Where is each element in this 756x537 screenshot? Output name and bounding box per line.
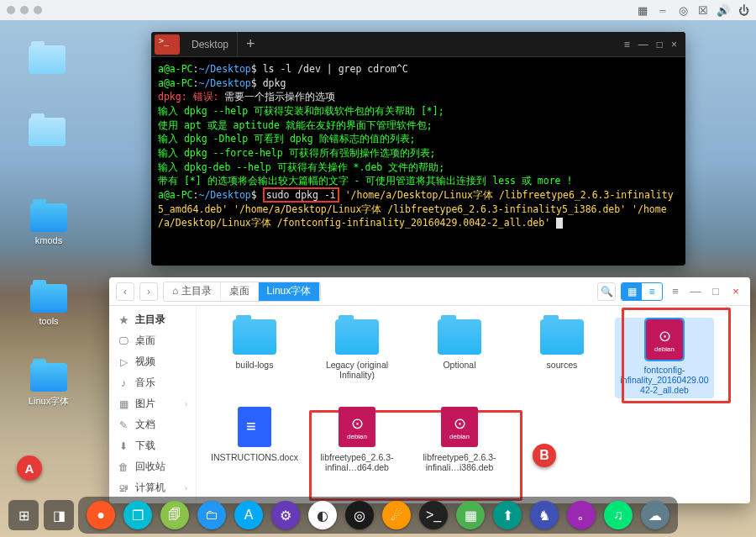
file-item[interactable]: INSTRUCTIONS.docx [205, 405, 304, 486]
sidebar-icon: ♪ [118, 377, 129, 389]
dock-app[interactable]: 🗐 [160, 501, 189, 529]
file-manager-toolbar: ‹ › ⌂ 主目录桌面Linux字体 🔍 ▦ ≡ ≡ — □ × [109, 277, 750, 306]
dock-app[interactable]: ▦ [456, 501, 485, 529]
sidebar-item[interactable]: 🖵桌面 [109, 330, 196, 351]
fm-maximize-button[interactable]: □ [708, 284, 723, 299]
sidebar-label: 文档 [135, 418, 155, 432]
desktop-icon[interactable] [24, 45, 71, 77]
sidebar-item[interactable]: ★主目录 [109, 309, 196, 330]
tray-usb-icon[interactable]: ⎓ [657, 4, 669, 16]
dock-app[interactable]: ⬆ [493, 501, 522, 529]
sidebar-icon: ▷ [118, 356, 129, 368]
terminal-maximize-button[interactable]: □ [657, 39, 663, 50]
search-button[interactable]: 🔍 [597, 282, 616, 301]
sidebar-item[interactable]: ✎文档 [109, 414, 196, 435]
dock-app[interactable]: ◎ [345, 501, 374, 529]
fm-close-button[interactable]: × [728, 284, 743, 299]
dock-app[interactable]: >_ [419, 501, 448, 529]
nav-back-button[interactable]: ‹ [116, 282, 134, 301]
dock-app[interactable]: ｡ [567, 501, 596, 529]
file-item[interactable]: Legacy (original Infinality) [307, 318, 407, 398]
tray-power-icon[interactable]: ⏻ [738, 4, 749, 16]
dock-app[interactable]: ♫ [604, 501, 633, 529]
tray-grid-icon[interactable]: ▦ [637, 4, 648, 16]
terminal-new-tab[interactable]: + [238, 35, 264, 53]
sidebar-item[interactable]: 🗑回收站 [109, 456, 196, 477]
breadcrumb-item[interactable]: 桌面 [221, 282, 259, 301]
dock-app[interactable]: ● [87, 501, 115, 529]
desktop-icon[interactable]: Linux字体 [25, 363, 72, 408]
terminal-minimize-button[interactable]: — [638, 39, 648, 50]
terminal-close-button[interactable]: × [671, 39, 677, 50]
sidebar-icon: 🗑 [118, 461, 129, 473]
folder-icon [30, 203, 67, 232]
dock-app[interactable]: ☄ [382, 501, 411, 529]
nav-forward-button[interactable]: › [139, 282, 158, 301]
sidebar-item[interactable]: ⬇下载 [109, 435, 196, 456]
tray-toggle-icon[interactable]: ☒ [697, 4, 709, 16]
sidebar-label: 音乐 [135, 376, 155, 390]
sidebar-icon: ★ [118, 314, 129, 326]
terminal-window: Desktop + ≡ — □ × a@a-PC:~/Desktop$ ls -… [151, 32, 685, 266]
launcher-workspaces-button[interactable]: ◨ [44, 500, 74, 530]
fm-sidebar: ★主目录🖵桌面▷视频♪音乐▦图片›✎文档⬇下载🗑回收站🖳计算机› [109, 306, 197, 503]
dock-app[interactable]: ⚙ [271, 501, 300, 529]
desktop-icon[interactable] [24, 118, 71, 150]
sidebar-label: 计算机 [135, 481, 165, 495]
dock-app[interactable]: A [234, 501, 263, 529]
breadcrumb-item[interactable]: ⌂ 主目录 [164, 282, 221, 301]
sidebar-icon: 🖵 [118, 335, 129, 347]
sidebar-icon: ✎ [118, 419, 129, 431]
desktop-icon-label: kmods [25, 235, 72, 245]
sidebar-item[interactable]: ▷视频 [109, 351, 196, 372]
traffic-yellow[interactable] [20, 6, 29, 14]
folder-icon [335, 319, 379, 355]
fm-menu-button[interactable]: ≡ [668, 284, 683, 299]
terminal-tab[interactable]: Desktop [183, 32, 238, 56]
sidebar-item[interactable]: 🖳计算机› [109, 477, 196, 498]
file-item[interactable]: sources [512, 318, 612, 398]
dock: ●❐🗐🗀A⚙◐◎☄>_▦⬆♞｡♫☁ [78, 497, 678, 534]
launcher-apps-button[interactable]: ⊞ [8, 500, 39, 530]
file-label: build-logs [208, 360, 301, 370]
desktop-icon[interactable]: tools [25, 284, 72, 326]
sidebar-item[interactable]: ♪音乐 [109, 372, 196, 393]
view-toggle: ▦ ≡ [621, 282, 663, 301]
desktop-icon-label: Linux字体 [25, 395, 72, 408]
dock-app[interactable]: ♞ [530, 501, 559, 529]
folder-icon [30, 284, 67, 313]
terminal-body[interactable]: a@a-PC:~/Desktop$ ls -l /dev | grep cdro… [151, 57, 685, 235]
terminal-menu-button[interactable]: ≡ [624, 39, 630, 50]
folder-icon [233, 319, 276, 355]
folder-icon [438, 319, 481, 355]
tray-sound-icon[interactable]: 🔊 [717, 4, 729, 16]
sidebar-item[interactable]: ▦图片› [109, 393, 196, 414]
folder-icon [29, 118, 66, 146]
breadcrumb-item[interactable]: Linux字体 [259, 282, 321, 301]
file-item[interactable]: build-logs [205, 318, 304, 398]
sidebar-label: 视频 [135, 355, 155, 369]
sidebar-label: 图片 [135, 397, 155, 411]
tray: ▦ ⎓ ◎ ☒ 🔊 ⏻ [637, 4, 749, 16]
terminal-tabbar: Desktop + ≡ — □ × [151, 32, 685, 57]
desktop-icon[interactable]: kmods [25, 203, 72, 245]
desktop-icon-label: tools [25, 316, 72, 326]
dock-app[interactable]: ◐ [308, 501, 337, 529]
terminal-app-icon [155, 34, 180, 55]
traffic-red[interactable] [7, 6, 15, 14]
traffic-green[interactable] [34, 6, 42, 14]
file-label: INSTRUCTIONS.docx [208, 452, 301, 462]
dock-app[interactable]: ☁ [641, 501, 669, 529]
fm-minimize-button[interactable]: — [688, 284, 703, 299]
view-list-button[interactable]: ≡ [642, 283, 662, 300]
folder-icon [30, 363, 67, 392]
dock-app[interactable]: 🗀 [197, 501, 226, 529]
file-item[interactable]: Optional [410, 318, 509, 398]
dock-app[interactable]: ❐ [123, 501, 152, 529]
fm-grid[interactable]: B build-logsLegacy (original Infinality)… [197, 306, 750, 503]
sidebar-label: 桌面 [135, 334, 155, 348]
document-icon [238, 407, 271, 447]
annotation-badge-a: A [17, 455, 42, 481]
tray-target-icon[interactable]: ◎ [677, 4, 689, 16]
view-grid-button[interactable]: ▦ [622, 283, 642, 300]
